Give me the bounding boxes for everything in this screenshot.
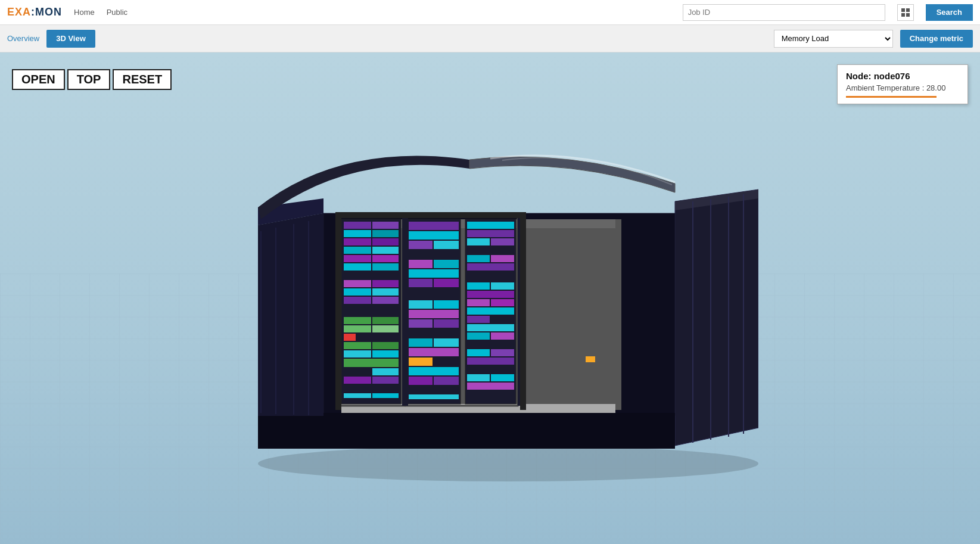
svg-rect-109: [491, 299, 514, 306]
svg-rect-2: [901, 13, 905, 17]
node-name: Node: node076: [846, 71, 959, 81]
svg-rect-51: [344, 334, 356, 341]
top-button[interactable]: TOP: [67, 69, 111, 90]
svg-rect-118: [491, 349, 514, 356]
left-side-panel: [258, 213, 323, 416]
door-frame-top: [335, 212, 526, 218]
search-button[interactable]: Search: [926, 4, 973, 21]
svg-rect-88: [409, 358, 433, 366]
app-logo: EXA:MON: [7, 6, 62, 18]
svg-rect-56: [344, 350, 371, 358]
svg-rect-108: [467, 299, 490, 306]
datacenter-3d-render: [222, 82, 758, 487]
svg-rect-54: [344, 342, 371, 349]
3d-view-button[interactable]: 3D View: [46, 30, 95, 48]
svg-rect-33: [344, 255, 371, 262]
reset-button[interactable]: RESET: [113, 69, 172, 90]
svg-rect-3: [906, 13, 910, 17]
svg-rect-63: [344, 385, 371, 392]
svg-rect-84: [409, 329, 459, 337]
svg-rect-102: [491, 255, 514, 262]
svg-rect-81: [409, 310, 459, 318]
overview-link[interactable]: Overview: [7, 34, 39, 43]
svg-rect-99: [491, 238, 514, 245]
svg-rect-121: [467, 374, 490, 381]
metric-select[interactable]: Memory Load CPU Load Temperature: [774, 30, 893, 48]
svg-rect-107: [467, 291, 514, 298]
svg-rect-127: [402, 216, 408, 406]
grid-icon-button[interactable]: [897, 4, 914, 21]
svg-rect-116: [467, 341, 514, 348]
svg-rect-124: [467, 391, 514, 396]
svg-marker-16: [258, 213, 323, 416]
open-button[interactable]: OPEN: [12, 69, 65, 90]
svg-rect-87: [409, 348, 459, 356]
svg-rect-66: [372, 393, 399, 398]
svg-rect-46: [372, 305, 399, 316]
svg-rect-70: [409, 241, 433, 249]
left-server-rack: [341, 219, 401, 404]
public-nav-link[interactable]: Public: [107, 8, 127, 17]
svg-rect-89: [434, 358, 459, 366]
svg-rect-79: [409, 300, 433, 309]
svg-rect-69: [409, 231, 459, 240]
job-id-input[interactable]: [683, 4, 885, 21]
floor-shadow: [258, 446, 758, 481]
svg-rect-96: [467, 222, 514, 229]
svg-rect-112: [491, 316, 514, 323]
svg-rect-45: [344, 305, 371, 316]
svg-rect-26: [372, 222, 399, 229]
svg-rect-52: [357, 334, 372, 341]
change-metric-button[interactable]: Change metric: [900, 30, 973, 48]
svg-rect-55: [372, 342, 399, 349]
svg-rect-35: [344, 263, 371, 271]
svg-rect-0: [901, 8, 905, 12]
svg-rect-42: [372, 288, 399, 296]
svg-rect-103: [467, 263, 514, 271]
svg-rect-104: [467, 272, 514, 281]
svg-rect-93: [409, 386, 459, 393]
svg-rect-101: [467, 255, 490, 262]
svg-rect-80: [434, 300, 459, 309]
right-cabinet-cluster: [675, 189, 758, 446]
home-nav-link[interactable]: Home: [74, 8, 95, 17]
view-controls: OPEN TOP RESET: [12, 69, 172, 90]
svg-rect-85: [409, 338, 433, 347]
svg-rect-61: [344, 377, 371, 384]
svg-rect-76: [409, 279, 433, 287]
svg-rect-100: [467, 247, 514, 254]
svg-rect-110: [467, 307, 514, 315]
svg-rect-72: [409, 250, 459, 259]
svg-rect-40: [372, 280, 399, 287]
svg-rect-48: [372, 317, 399, 324]
svg-rect-114: [467, 332, 490, 340]
grid-icon: [901, 8, 910, 17]
top-navigation: EXA:MON Home Public Search: [0, 0, 980, 25]
svg-rect-74: [434, 260, 459, 268]
svg-rect-37: [344, 272, 371, 279]
svg-rect-117: [467, 349, 490, 356]
second-server-rack: [407, 219, 461, 404]
svg-rect-64: [372, 385, 399, 392]
svg-rect-27: [344, 230, 371, 237]
svg-rect-62: [372, 377, 399, 384]
svg-rect-71: [434, 241, 459, 249]
svg-rect-83: [434, 319, 459, 328]
sub-navigation: Overview 3D View Memory Load CPU Load Te…: [0, 25, 980, 52]
svg-marker-5: [675, 189, 758, 446]
svg-rect-119: [467, 358, 514, 365]
svg-rect-113: [467, 324, 514, 331]
svg-rect-29: [344, 238, 371, 245]
svg-rect-91: [409, 377, 433, 385]
svg-rect-97: [467, 230, 514, 237]
svg-rect-57: [372, 350, 399, 358]
svg-rect-75: [409, 269, 459, 278]
svg-rect-77: [434, 279, 459, 287]
yellow-block: [586, 356, 595, 362]
svg-rect-32: [372, 247, 399, 254]
svg-rect-53: [372, 334, 399, 341]
svg-rect-44: [372, 297, 399, 304]
svg-rect-82: [409, 319, 433, 328]
svg-rect-90: [409, 367, 459, 375]
svg-rect-122: [491, 374, 514, 381]
